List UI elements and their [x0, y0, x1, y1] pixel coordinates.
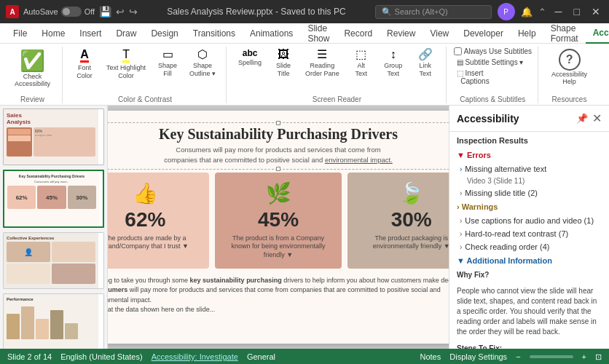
- card-3-percent: 30%: [391, 208, 432, 232]
- shape-outline-icon: ⬡: [197, 49, 208, 60]
- shape-fill-button[interactable]: ▭ ShapeFill: [153, 47, 182, 80]
- language-label: English (United States): [60, 352, 143, 361]
- tab-design[interactable]: Design: [144, 23, 185, 44]
- reading-order-icon: ☰: [317, 49, 327, 60]
- spelling-button[interactable]: abc Spelling: [234, 47, 266, 69]
- tab-accessibility[interactable]: Accessibility: [586, 23, 609, 44]
- reading-order-arrow-icon: ›: [460, 243, 462, 251]
- maximize-button[interactable]: □: [571, 6, 583, 17]
- user-avatar[interactable]: P: [498, 3, 515, 20]
- alt-text-button[interactable]: ⬚ AltText: [347, 47, 376, 80]
- tab-animations[interactable]: Animations: [243, 23, 300, 44]
- check-accessibility-button[interactable]: ✅ CheckAccessibility: [9, 47, 56, 90]
- missing-alt-text-label: Missing alternative text: [465, 165, 546, 173]
- tab-help[interactable]: Help: [511, 23, 543, 44]
- display-settings-button[interactable]: Display Settings: [449, 352, 507, 361]
- warnings-chevron-icon[interactable]: ›: [457, 202, 460, 211]
- slide-3[interactable]: Collective Experiences 👤: [3, 232, 104, 289]
- minimize-button[interactable]: ─: [552, 6, 565, 17]
- slide-thumb-2[interactable]: 2 Key Sustainability Purchasing Drivers …: [3, 170, 104, 228]
- always-subtitles-label: Always Use Subtitles: [464, 47, 532, 55]
- accessibility-status-link[interactable]: Accessibility: Investigate: [152, 352, 238, 361]
- warnings-section-label: › Warnings: [449, 199, 609, 214]
- autosave-toggle[interactable]: [61, 7, 82, 17]
- status-left: Slide 2 of 14 English (United States) Ac…: [7, 352, 275, 361]
- reading-order-button[interactable]: ☰ ReadingOrder Pane: [301, 47, 344, 80]
- missing-alt-text-item[interactable]: › Missing alternative text: [449, 162, 609, 175]
- slide-info: Slide 2 of 14: [7, 352, 52, 361]
- slide-thumb-3[interactable]: 3 Collective Experiences 👤: [3, 232, 104, 289]
- always-use-subtitles-check[interactable]: Always Use Subtitles: [454, 47, 532, 56]
- tab-review[interactable]: Review: [380, 23, 423, 44]
- review-group-label: Review: [9, 95, 56, 103]
- errors-section-label: ▼ Errors: [449, 148, 609, 162]
- slide-title-button[interactable]: 🖼 SlideTitle: [269, 47, 298, 80]
- tab-draw[interactable]: Draw: [109, 23, 144, 44]
- slide-canvas[interactable]: Key Sustainability Purchasing Drivers Co…: [108, 111, 449, 344]
- always-subtitles-checkbox[interactable]: [454, 47, 462, 55]
- text-highlight-button[interactable]: T Text HighlightColor: [102, 47, 150, 82]
- slide-1[interactable]: SalesAnalysis 62% analysis data: [3, 108, 104, 165]
- notes-button[interactable]: Notes: [420, 352, 441, 361]
- panel-pin-icon[interactable]: 📌: [576, 113, 588, 124]
- slide-card-1[interactable]: 👍 62% The products are made by aBrand/Co…: [108, 173, 209, 269]
- status-bar: Slide 2 of 14 English (United States) Ac…: [0, 349, 609, 364]
- slide-thumb-4[interactable]: 4 Performance: [3, 293, 104, 349]
- additional-info-chevron-icon[interactable]: ▼: [457, 256, 465, 265]
- slide-4[interactable]: Performance: [3, 293, 104, 349]
- card-2-icon: 🌿: [266, 181, 291, 205]
- group-text-button[interactable]: ↕ GroupText: [379, 47, 408, 80]
- autosave-area[interactable]: AutoSave Off: [23, 7, 95, 17]
- accessibility-help-label: AccessibilityHelp: [551, 71, 587, 85]
- slide-title-icon: 🖼: [278, 49, 289, 60]
- tab-insert[interactable]: Insert: [72, 23, 109, 44]
- panel-header: Accessibility 📌 ✕: [449, 106, 609, 132]
- tab-transitions[interactable]: Transitions: [186, 23, 243, 44]
- tab-home[interactable]: Home: [34, 23, 72, 44]
- shape-outline-button[interactable]: ⬡ ShapeOutline ▾: [185, 47, 220, 80]
- link-text-button[interactable]: 🔗 LinkText: [411, 47, 440, 80]
- errors-chevron-icon[interactable]: ▼: [457, 151, 465, 159]
- bell-icon[interactable]: 🔔: [521, 7, 533, 17]
- selection-handle-bc: [276, 167, 280, 171]
- fit-slide-icon[interactable]: ⊡: [595, 352, 602, 362]
- tab-developer[interactable]: Developer: [456, 23, 511, 44]
- zoom-in-icon[interactable]: +: [582, 352, 586, 361]
- why-fix-label: Why Fix?: [449, 268, 609, 282]
- why-fix-text: People who cannot view the slide will he…: [449, 282, 609, 341]
- redo-icon[interactable]: ↪: [129, 6, 138, 17]
- tab-shape-format[interactable]: Shape Format: [543, 23, 586, 44]
- accessibility-help-button[interactable]: ? AccessibilityHelp: [546, 47, 593, 87]
- link-text-icon: 🔗: [418, 49, 433, 60]
- tab-view[interactable]: View: [423, 23, 456, 44]
- undo-icon[interactable]: ↩: [116, 6, 125, 17]
- slide-card-2[interactable]: 🌿 45% The product is from a Companyknown…: [215, 173, 342, 269]
- ribbon-toggle-icon[interactable]: ⌃: [538, 7, 546, 17]
- insert-captions-button[interactable]: ⬚ Insert Captions: [454, 68, 492, 86]
- card-2-desc: The product is from a Companyknown for b…: [231, 234, 325, 260]
- slide-3-icon-1: 👤: [24, 248, 33, 256]
- subtitle-settings-button[interactable]: ▤ Subtitle Settings ▾: [454, 58, 527, 67]
- hard-to-read-item[interactable]: › Hard-to-read text contrast (7): [449, 227, 609, 240]
- slide-thumb-1[interactable]: 1 SalesAnalysis 62% analysis data: [3, 108, 104, 165]
- slide-bullet-1: • Consumers will pay more for products a…: [108, 285, 449, 305]
- tab-file[interactable]: File: [6, 23, 34, 44]
- missing-slide-title-item[interactable]: › Missing slide title (2): [449, 186, 609, 199]
- font-color-button[interactable]: A FontColor: [70, 47, 99, 82]
- slide-title: Key Sustainability Purchasing Drivers: [108, 126, 449, 143]
- search-box[interactable]: 🔍 Search (Alt+Q): [375, 5, 492, 19]
- tab-slideshow[interactable]: Slide Show: [300, 23, 337, 44]
- panel-close-button[interactable]: ✕: [592, 111, 602, 125]
- title-selection-area[interactable]: Key Sustainability Purchasing Drivers Co…: [108, 122, 449, 170]
- check-reading-order-label: Check reading order (4): [465, 242, 549, 251]
- panel-scroll-area: Inspection Results ▼ Errors › Missing al…: [449, 132, 609, 349]
- close-button[interactable]: ✕: [589, 6, 603, 17]
- zoom-out-icon[interactable]: −: [516, 352, 520, 361]
- slide-2[interactable]: Key Sustainability Purchasing Drivers Co…: [3, 170, 104, 228]
- captions-audio-item[interactable]: › Use captions for audio and video (1): [449, 214, 609, 227]
- slide-card-3[interactable]: 🍃 30% The product packaging isenvironmen…: [347, 173, 449, 269]
- zoom-bar[interactable]: [530, 355, 573, 358]
- tab-record[interactable]: Record: [337, 23, 380, 44]
- ribbon-group-screenreader-items: abc Spelling 🖼 SlideTitle ☰ ReadingOrder…: [234, 47, 440, 94]
- check-reading-order-item[interactable]: › Check reading order (4): [449, 240, 609, 253]
